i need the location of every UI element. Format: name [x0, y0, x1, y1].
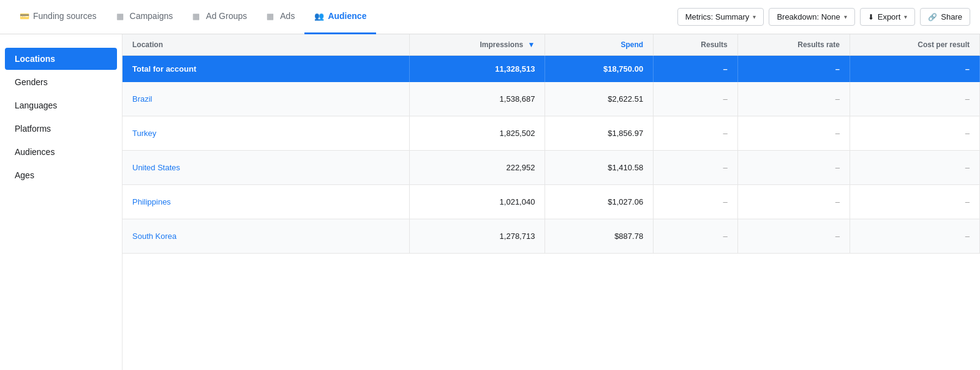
nav-actions: Metrics: Summary ▾ Breakdown: None ▾ Exp…: [677, 8, 970, 26]
sidebar-item-genders[interactable]: Genders: [5, 71, 117, 93]
tab-audience[interactable]: Audience: [304, 0, 376, 34]
row-location[interactable]: Philippines: [123, 185, 409, 219]
sidebar-item-locations[interactable]: Locations: [5, 48, 117, 70]
total-impressions: 11,328,513: [409, 56, 545, 83]
table-row: Turkey 1,825,502 $1,856.97 – – –: [123, 116, 980, 151]
table-row: Philippines 1,021,040 $1,027.06 – – –: [123, 185, 980, 219]
top-navigation: Funding sources Campaigns Ad Groups Ads …: [0, 0, 980, 34]
breakdown-label: Breakdown: None: [777, 12, 840, 21]
table-row: United States 222,952 $1,410.58 – – –: [123, 151, 980, 185]
total-results-rate: –: [737, 56, 850, 83]
sidebar-item-languages[interactable]: Languages: [5, 94, 117, 116]
total-location: Total for account: [123, 56, 409, 83]
sidebar-item-platforms[interactable]: Platforms: [5, 118, 117, 140]
sidebar-item-ages[interactable]: Ages: [5, 164, 117, 186]
row-spend: $887.78: [545, 219, 654, 254]
row-cost-per-result: –: [850, 82, 979, 116]
row-location[interactable]: Brazil: [123, 82, 409, 116]
row-results-rate: –: [737, 219, 850, 254]
sort-desc-icon: ▼: [528, 40, 535, 49]
row-spend: $1,410.58: [545, 151, 654, 185]
row-impressions: 222,952: [409, 151, 545, 185]
export-label: Export: [878, 12, 901, 21]
row-impressions: 1,278,713: [409, 219, 545, 254]
row-cost-per-result: –: [850, 116, 979, 151]
total-cost-per-result: –: [850, 56, 979, 83]
tab-funding-sources[interactable]: Funding sources: [10, 0, 107, 34]
table-row: Brazil 1,538,687 $2,622.51 – – –: [123, 82, 980, 116]
audience-icon: [314, 11, 324, 21]
data-table: Location Impressions ▼ Spend Results Res…: [123, 34, 980, 254]
row-results-rate: –: [737, 82, 850, 116]
total-spend: $18,750.00: [545, 56, 654, 83]
tab-ads-label: Ads: [280, 11, 295, 21]
wallet-icon: [20, 11, 29, 21]
row-spend: $1,856.97: [545, 116, 654, 151]
row-results: –: [654, 185, 738, 219]
table-row: South Korea 1,278,713 $887.78 – – –: [123, 219, 980, 254]
row-cost-per-result: –: [850, 151, 979, 185]
tab-campaigns-label: Campaigns: [130, 11, 173, 21]
nav-tabs: Funding sources Campaigns Ad Groups Ads …: [10, 0, 677, 34]
row-location[interactable]: United States: [123, 151, 409, 185]
row-results-rate: –: [737, 185, 850, 219]
tab-ads[interactable]: Ads: [257, 0, 304, 34]
row-cost-per-result: –: [850, 219, 979, 254]
row-results: –: [654, 219, 738, 254]
export-chevron-icon: ▾: [904, 13, 907, 20]
row-results: –: [654, 151, 738, 185]
tab-funding-sources-label: Funding sources: [33, 11, 97, 21]
row-results: –: [654, 82, 738, 116]
tab-ad-groups[interactable]: Ad Groups: [183, 0, 257, 34]
metrics-chevron-icon: ▾: [753, 13, 756, 20]
export-icon: [868, 12, 874, 21]
share-icon: [928, 12, 937, 21]
total-results: –: [654, 56, 738, 83]
share-button[interactable]: Share: [920, 8, 970, 26]
sidebar-item-audiences[interactable]: Audiences: [5, 141, 117, 163]
ads-icon: [266, 11, 276, 21]
metrics-label: Metrics: Summary: [685, 12, 750, 21]
row-spend: $1,027.06: [545, 185, 654, 219]
table-area: Location Impressions ▼ Spend Results Res…: [123, 34, 980, 370]
col-header-impressions[interactable]: Impressions ▼: [409, 34, 545, 56]
row-results: –: [654, 116, 738, 151]
main-content: Locations Genders Languages Platforms Au…: [0, 34, 980, 370]
adgroups-icon: [192, 11, 202, 21]
campaigns-icon: [116, 11, 126, 21]
row-results-rate: –: [737, 151, 850, 185]
total-row: Total for account 11,328,513 $18,750.00 …: [123, 56, 980, 83]
tab-audience-label: Audience: [328, 11, 366, 21]
col-header-results-rate[interactable]: Results rate: [737, 34, 850, 56]
row-impressions: 1,538,687: [409, 82, 545, 116]
export-button[interactable]: Export ▾: [860, 8, 916, 26]
row-cost-per-result: –: [850, 185, 979, 219]
breakdown-button[interactable]: Breakdown: None ▾: [769, 8, 854, 26]
tab-campaigns[interactable]: Campaigns: [107, 0, 183, 34]
row-results-rate: –: [737, 116, 850, 151]
col-header-cost-per-result[interactable]: Cost per result: [850, 34, 979, 56]
share-label: Share: [941, 12, 962, 21]
row-impressions: 1,021,040: [409, 185, 545, 219]
row-location[interactable]: South Korea: [123, 219, 409, 254]
breakdown-chevron-icon: ▾: [844, 13, 847, 20]
tab-ad-groups-label: Ad Groups: [206, 11, 247, 21]
sidebar: Locations Genders Languages Platforms Au…: [0, 34, 123, 370]
row-spend: $2,622.51: [545, 82, 654, 116]
col-header-results[interactable]: Results: [654, 34, 738, 56]
col-header-spend[interactable]: Spend: [545, 34, 654, 56]
row-location[interactable]: Turkey: [123, 116, 409, 151]
col-header-location[interactable]: Location: [123, 34, 409, 56]
row-impressions: 1,825,502: [409, 116, 545, 151]
metrics-button[interactable]: Metrics: Summary ▾: [677, 8, 764, 26]
table-header-row: Location Impressions ▼ Spend Results Res…: [123, 34, 980, 56]
